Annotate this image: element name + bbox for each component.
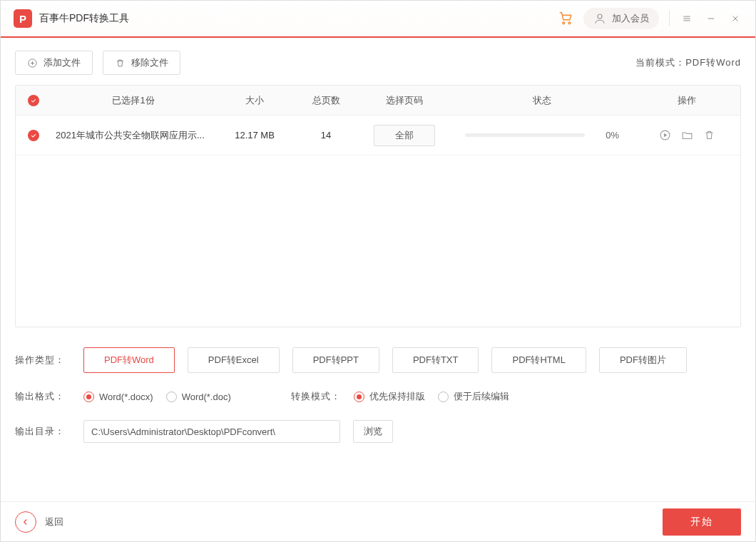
- type-chip-pdf-to-ppt[interactable]: PDF转PPT: [292, 347, 379, 373]
- format-radio-doc[interactable]: Word(*.doc): [166, 392, 231, 402]
- filename-text: 2021年城市公共安全物联网应用示...: [56, 129, 205, 142]
- radio-icon: [438, 392, 449, 402]
- svg-point-2: [598, 14, 602, 19]
- svg-point-0: [563, 21, 565, 24]
- minimize-button[interactable]: [704, 11, 718, 26]
- check-all-icon: [28, 95, 39, 106]
- current-mode-label: 当前模式：PDF转Word: [635, 56, 741, 69]
- output-format-label: 输出格式：: [15, 390, 71, 403]
- trash-icon: [115, 58, 126, 68]
- browse-button[interactable]: 浏览: [353, 420, 393, 443]
- play-icon[interactable]: [659, 129, 671, 141]
- radio-icon: [354, 392, 364, 402]
- file-toolbar: 添加文件 移除文件 当前模式：PDF转Word: [15, 51, 741, 75]
- menu-icon[interactable]: [680, 11, 694, 26]
- operation-type-label: 操作类型：: [15, 354, 71, 367]
- mode-radio-editable[interactable]: 便于后续编辑: [438, 390, 509, 403]
- app-title: 百事牛PDF转换工具: [39, 12, 129, 25]
- row-status: 0%: [451, 130, 633, 140]
- footer-bar: 返回 开始: [1, 501, 755, 541]
- row-size: 12.17 MB: [215, 130, 294, 140]
- delete-icon[interactable]: [703, 129, 715, 141]
- remove-file-label: 移除文件: [131, 56, 168, 69]
- back-label: 返回: [45, 516, 63, 528]
- convert-mode-label: 转换模式：: [291, 390, 341, 403]
- page-range-button[interactable]: 全部: [374, 125, 435, 146]
- mode-editable-label: 便于后续编辑: [454, 390, 509, 403]
- mode-layout-label: 优先保持排版: [369, 390, 425, 403]
- row-range: 全部: [358, 125, 451, 146]
- start-button[interactable]: 开始: [663, 508, 741, 536]
- check-icon: [28, 130, 39, 141]
- progress-bar: [465, 133, 585, 137]
- operation-type-row: 操作类型： PDF转Word PDF转Excel PDF转PPT PDF转TXT…: [15, 347, 741, 373]
- type-chip-pdf-to-word[interactable]: PDF转Word: [83, 347, 175, 373]
- remove-file-button[interactable]: 移除文件: [103, 51, 180, 75]
- vip-label: 加入会员: [612, 12, 649, 25]
- progress-percent: 0%: [593, 130, 619, 140]
- header-selected: 已选择1份: [51, 94, 215, 107]
- type-chip-pdf-to-txt[interactable]: PDF转TXT: [392, 347, 479, 373]
- radio-icon: [166, 392, 177, 402]
- cart-icon[interactable]: [558, 10, 573, 28]
- table-header: 已选择1份 大小 总页数 选择页码 状态 操作: [16, 86, 740, 116]
- header-action: 操作: [633, 94, 740, 107]
- output-dir-row: 输出目录： 浏览: [15, 420, 741, 443]
- title-bar-right: 加入会员: [558, 8, 742, 29]
- plus-circle-icon: [27, 58, 38, 68]
- join-vip-button[interactable]: 加入会员: [583, 8, 659, 29]
- header-check[interactable]: [16, 95, 51, 106]
- divider: [669, 11, 670, 26]
- format-radio-docx[interactable]: Word(*.docx): [83, 392, 153, 402]
- mode-radio-layout[interactable]: 优先保持排版: [354, 390, 425, 403]
- row-pages: 14: [294, 130, 358, 140]
- user-icon: [593, 12, 606, 25]
- file-table: 已选择1份 大小 总页数 选择页码 状态 操作 2021年城市公共安全物联网应用…: [15, 85, 741, 327]
- row-check[interactable]: [16, 130, 51, 141]
- title-bar: P 百事牛PDF转换工具 加入会员: [1, 1, 755, 38]
- row-filename: 2021年城市公共安全物联网应用示...: [51, 129, 215, 142]
- output-dir-label: 输出目录：: [15, 425, 71, 438]
- add-file-button[interactable]: 添加文件: [15, 51, 93, 75]
- header-pages: 总页数: [294, 94, 358, 107]
- type-chip-pdf-to-image[interactable]: PDF转图片: [599, 347, 687, 373]
- back-arrow-icon: [15, 511, 36, 533]
- type-chip-pdf-to-html[interactable]: PDF转HTML: [491, 347, 586, 373]
- options-panel: 操作类型： PDF转Word PDF转Excel PDF转PPT PDF转TXT…: [15, 347, 741, 450]
- svg-marker-13: [664, 133, 667, 138]
- header-size: 大小: [215, 94, 294, 107]
- table-row: 2021年城市公共安全物联网应用示... 12.17 MB 14 全部 0%: [16, 116, 740, 155]
- format-docx-label: Word(*.docx): [99, 392, 153, 402]
- format-doc-label: Word(*.doc): [182, 392, 231, 402]
- output-dir-input[interactable]: [83, 420, 340, 443]
- type-chip-pdf-to-excel[interactable]: PDF转Excel: [188, 347, 280, 373]
- add-file-label: 添加文件: [44, 56, 81, 69]
- app-logo-icon: P: [14, 9, 32, 28]
- folder-icon[interactable]: [681, 129, 693, 141]
- main-content: 添加文件 移除文件 当前模式：PDF转Word 已选择1份 大小 总页数 选择页…: [1, 38, 755, 501]
- close-button[interactable]: [728, 11, 742, 26]
- radio-icon: [83, 392, 94, 402]
- output-format-row: 输出格式： Word(*.docx) Word(*.doc) 转换模式： 优先保…: [15, 390, 741, 403]
- progress: 0%: [451, 130, 633, 140]
- app-window: P 百事牛PDF转换工具 加入会员: [0, 0, 756, 542]
- header-range: 选择页码: [358, 94, 451, 107]
- header-status: 状态: [451, 94, 633, 107]
- row-actions: [633, 129, 740, 141]
- svg-point-1: [568, 21, 571, 24]
- back-button[interactable]: 返回: [15, 511, 63, 533]
